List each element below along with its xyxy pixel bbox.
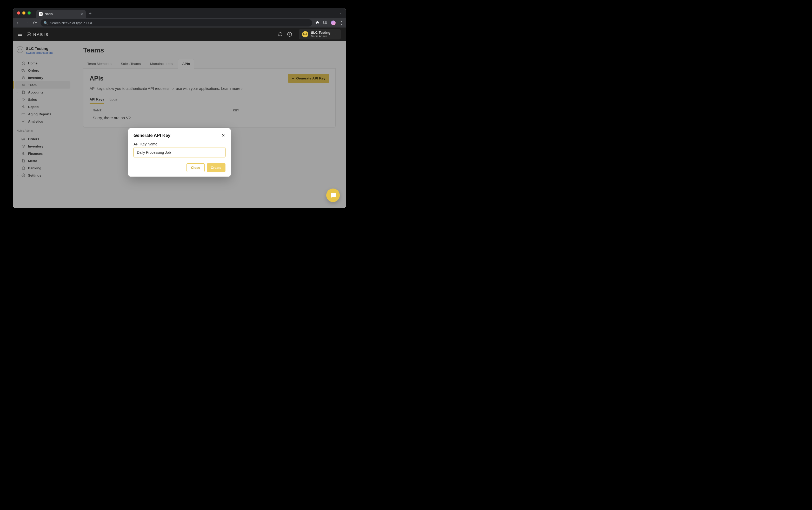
extensions-icon[interactable] — [315, 20, 319, 25]
nav-back-icon[interactable]: ← — [16, 21, 21, 25]
user-name: SLC Testing — [311, 31, 330, 35]
user-avatar-icon: NA — [302, 31, 308, 37]
window-minimize-icon[interactable] — [22, 11, 25, 14]
nav-reload-icon[interactable]: ⟳ — [32, 21, 37, 25]
omnibox-placeholder: Search Neeva or type a URL — [50, 21, 93, 25]
modal-close-icon[interactable]: ✕ — [221, 132, 226, 139]
browser-tabstrip: Nabis ✕ + ⌄ — [13, 8, 346, 18]
api-key-name-label: API Key Name — [134, 142, 226, 146]
api-key-name-input[interactable] — [134, 148, 226, 157]
tab-favicon-icon — [39, 12, 42, 16]
app-header: NABIS + NA SLC Testing Nabis Admin ⌄ — [13, 28, 346, 41]
browser-window: Nabis ✕ + ⌄ ← → ⟳ 🔍 Search Neeva or type… — [13, 8, 346, 208]
add-icon[interactable]: + — [287, 32, 292, 37]
browser-toolbar: ← → ⟳ 🔍 Search Neeva or type a URL ⋮ — [13, 18, 346, 28]
user-menu[interactable]: NA SLC Testing Nabis Admin ⌄ — [299, 29, 341, 40]
menu-toggle-icon[interactable] — [18, 33, 22, 36]
search-icon: 🔍 — [44, 21, 48, 25]
window-controls — [17, 11, 31, 14]
modal-overlay[interactable] — [13, 41, 346, 208]
modal-title: Generate API Key — [134, 133, 170, 138]
support-chat-button[interactable] — [326, 188, 340, 202]
create-button[interactable]: Create — [207, 163, 226, 172]
window-zoom-icon[interactable] — [28, 11, 31, 14]
chevron-down-icon: ⌄ — [335, 32, 338, 36]
close-button[interactable]: Close — [186, 163, 204, 172]
user-role: Nabis Admin — [311, 34, 330, 38]
browser-tab[interactable]: Nabis ✕ — [36, 10, 86, 18]
generate-api-key-modal: Generate API Key ✕ API Key Name Close Cr… — [128, 128, 231, 177]
app-logo[interactable]: NABIS — [27, 32, 49, 37]
svg-rect-1 — [324, 21, 327, 24]
browser-menu-icon[interactable]: ⋮ — [339, 21, 343, 25]
chat-icon[interactable] — [278, 32, 283, 37]
new-tab-button[interactable]: + — [89, 11, 92, 17]
tab-title: Nabis — [45, 12, 53, 16]
app-name: NABIS — [33, 32, 49, 37]
window-close-icon[interactable] — [17, 11, 20, 14]
tab-close-icon[interactable]: ✕ — [80, 12, 83, 16]
profile-avatar-icon[interactable] — [331, 21, 336, 25]
app-body: SLC Testing Switch organizations ›Home›O… — [13, 41, 346, 208]
tabs-overflow-icon[interactable]: ⌄ — [339, 11, 342, 15]
toolbar-right: ⋮ — [315, 20, 343, 25]
address-bar[interactable]: 🔍 Search Neeva or type a URL — [40, 19, 312, 27]
sidepanel-icon[interactable] — [323, 20, 327, 25]
nav-forward-icon: → — [24, 21, 29, 25]
